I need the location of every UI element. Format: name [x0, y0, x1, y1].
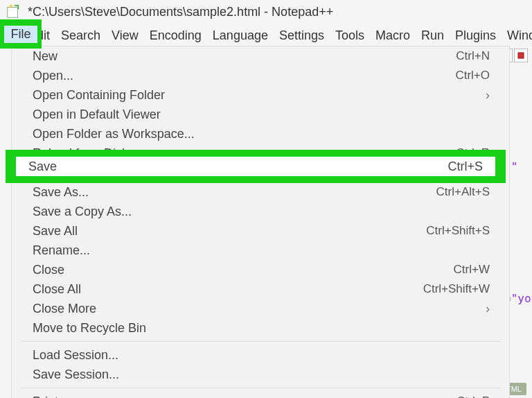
menu-plugins[interactable]: Plugins [450, 26, 502, 46]
menu-shortcut: Ctrl+Alt+S [436, 185, 490, 199]
app-icon [6, 4, 21, 19]
menu-label: Move to Recycle Bin [33, 321, 146, 336]
menu-label: New [33, 49, 57, 64]
toolbar-btn[interactable] [514, 49, 528, 62]
menu-label: Open... [33, 69, 73, 83]
menu-window[interactable]: Window [502, 26, 532, 46]
menu-item-print[interactable]: Print... Ctrl+P [12, 392, 509, 398]
chevron-right-icon: › [486, 302, 490, 316]
menu-label: Open Folder as Workspace... [33, 127, 195, 141]
menu-item-save-label[interactable]: Save [28, 159, 57, 174]
menu-item-save-session[interactable]: Save Session... [12, 365, 509, 384]
menu-run[interactable]: Run [416, 26, 450, 46]
menu-item-save-all[interactable]: Save All Ctrl+Shift+S [12, 221, 509, 241]
menu-item-open[interactable]: Open... Ctrl+O [12, 66, 509, 85]
menu-label: Save As... [33, 185, 89, 200]
menu-shortcut: Ctrl+P [456, 395, 490, 398]
menu-label: Open in Default Viewer [33, 107, 161, 122]
svg-rect-0 [8, 8, 18, 18]
menu-item-save-copy[interactable]: Save a Copy As... [12, 202, 509, 221]
menu-label: Rename... [33, 243, 90, 258]
title-bar: *C:\Users\Steve\Documents\sample2.html -… [0, 0, 532, 24]
menu-language[interactable]: Language [207, 26, 274, 46]
menu-item-new[interactable]: New Ctrl+N [12, 46, 509, 66]
menu-item-recycle[interactable]: Move to Recycle Bin [12, 318, 509, 338]
menu-label: Print... [33, 395, 69, 399]
menu-shortcut: Ctrl+N [456, 49, 490, 63]
menu-item-load-session[interactable]: Load Session... [12, 345, 509, 365]
menu-label: Close More [33, 302, 96, 316]
menu-search[interactable]: Search [55, 26, 106, 46]
menu-shortcut: Ctrl+O [455, 69, 490, 83]
menu-label: Close [33, 263, 64, 277]
menu-tools[interactable]: Tools [330, 26, 370, 46]
window-title: *C:\Users\Steve\Documents\sample2.html -… [28, 5, 333, 19]
menu-shortcut: Ctrl+W [454, 263, 490, 277]
file-dropdown: New Ctrl+N Open... Ctrl+O Open Containin… [11, 46, 510, 398]
separator [20, 388, 501, 388]
menu-item-close-all[interactable]: Close All Ctrl+Shift+W [12, 279, 509, 299]
menu-label: Open Containing Folder [33, 88, 165, 103]
menu-encoding[interactable]: Encoding [144, 26, 207, 46]
menu-item-close-more[interactable]: Close More › [12, 299, 509, 318]
file-menu-highlight: File [0, 19, 42, 49]
menu-item-save-shortcut: Ctrl+S [447, 159, 483, 174]
menu-item-open-containing[interactable]: Open Containing Folder › [12, 85, 509, 105]
menu-label: Close All [33, 282, 81, 297]
menu-settings[interactable]: Settings [274, 26, 330, 46]
menu-item-close[interactable]: Close Ctrl+W [12, 260, 509, 279]
save-highlight: Save Ctrl+S [6, 150, 506, 183]
menu-bar: File dit Search View Encoding Language S… [0, 24, 532, 47]
menu-label: Save Session... [33, 367, 119, 382]
svg-rect-2 [518, 53, 524, 58]
separator [20, 341, 501, 342]
menu-item-rename[interactable]: Rename... [12, 241, 509, 260]
menu-macro[interactable]: Macro [370, 26, 416, 46]
menu-shortcut: Ctrl+Shift+S [426, 224, 490, 238]
chevron-right-icon: › [486, 88, 490, 103]
menu-item-save-as[interactable]: Save As... Ctrl+Alt+S [12, 182, 509, 202]
menu-view[interactable]: View [106, 26, 144, 46]
menu-label: Save All [33, 224, 78, 239]
menu-item-open-workspace[interactable]: Open Folder as Workspace... [12, 124, 509, 144]
menu-item-open-default[interactable]: Open in Default Viewer [12, 105, 509, 124]
menu-shortcut: Ctrl+Shift+W [423, 282, 490, 296]
menu-label: Load Session... [33, 348, 118, 363]
menu-file[interactable]: File [4, 26, 37, 43]
menu-label: Save a Copy As... [33, 205, 132, 219]
